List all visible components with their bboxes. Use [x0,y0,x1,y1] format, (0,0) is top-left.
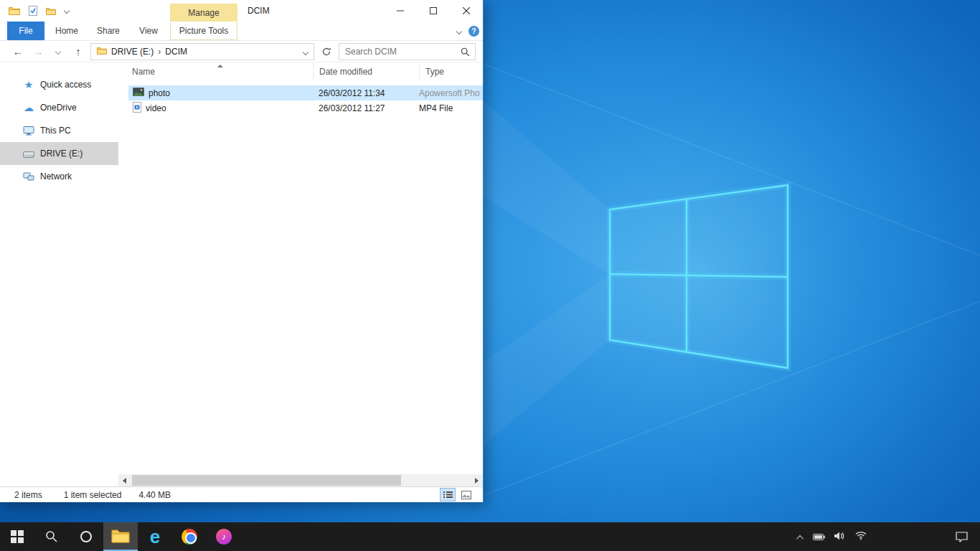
computer-icon [23,126,34,136]
taskbar-edge-button[interactable]: e [138,522,172,551]
start-button[interactable] [0,522,34,551]
breadcrumb-separator-icon: › [158,47,161,57]
taskbar-chrome-button[interactable] [172,522,207,551]
titlebar[interactable]: Manage DCIM [0,0,483,22]
refresh-button[interactable] [319,43,334,60]
thumbnails-view-button[interactable] [458,488,474,501]
column-header-label: Name [132,67,155,77]
column-header-name[interactable]: Name [118,62,313,81]
qat-new-folder-button[interactable] [46,7,56,15]
drive-icon [23,150,34,158]
file-date-modified: 26/03/2012 11:34 [313,88,419,98]
volume-icon[interactable] [834,530,846,543]
network-icon[interactable] [855,530,867,543]
window-title: DCIM [248,0,270,22]
sidebar-item-label: OneDrive [40,103,77,113]
window-controls [384,0,483,22]
tab-picture-tools[interactable]: Picture Tools [170,22,237,40]
taskbar-cortana-button[interactable] [69,522,103,551]
breadcrumb-drive[interactable]: DRIVE (E:) [111,47,154,57]
back-button[interactable]: ← [10,43,26,60]
scroll-left-button[interactable] [118,474,131,486]
qat-properties-button[interactable] [29,6,37,16]
qat-customize-button chevron-down-icon[interactable] [65,9,69,13]
address-bar[interactable]: DRIVE (E:) › DCIM [90,43,314,60]
tab-file[interactable]: File [7,22,44,40]
scrollbar-thumb[interactable] [132,475,401,486]
minimize-button[interactable] [384,0,417,22]
expand-ribbon-button chevron-down-icon[interactable] [454,27,464,37]
horizontal-scrollbar[interactable] [118,474,483,486]
quick-access-toolbar [9,0,69,22]
sidebar-item-label: DRIVE (E:) [40,149,83,159]
maximize-button[interactable] [417,0,450,22]
minimize-icon [397,7,404,14]
sidebar-item-network[interactable]: Network [0,165,118,188]
action-center-icon [956,532,968,542]
file-name: video [146,103,166,113]
sidebar-item-drive-e[interactable]: DRIVE (E:) [0,142,118,165]
system-tray [798,522,867,551]
forward-button[interactable]: → [30,43,46,60]
chrome-icon [182,529,197,545]
sidebar-item-label: Network [40,171,72,182]
up-button[interactable]: ↑ [70,43,86,60]
windows-logo-icon [11,530,24,543]
edge-icon: e [150,527,160,546]
sidebar-item-onedrive[interactable]: ☁ OneDrive [0,96,118,119]
ribbon-tab-row: File Home Share View Picture Tools ? [0,22,483,41]
sidebar-item-quick-access[interactable]: ★ Quick access [0,73,118,96]
items-count: 2 items [14,490,42,500]
sidebar-item-label: This PC [40,126,71,136]
status-bar: 2 items 1 item selected 4.40 MB [0,486,483,502]
tab-view[interactable]: View [132,22,165,40]
selection-size: 4.40 MB [138,490,171,500]
scrollbar-track[interactable] [131,474,471,486]
close-icon [463,7,470,14]
table-row[interactable]: photo 26/03/2012 11:34 Apowersoft Pho [128,85,483,100]
help-button[interactable]: ? [468,26,479,37]
file-date-modified: 26/03/2012 11:27 [313,103,419,113]
details-view-button[interactable] [440,488,456,501]
tab-share[interactable]: Share [91,22,126,40]
column-header-label: Date modified [319,67,372,77]
tray-chevron-up-icon[interactable] [798,530,804,543]
scroll-right-button[interactable] [471,474,483,486]
taskbar-itunes-button[interactable]: ♪ [207,522,241,551]
sidebar-item-label: Quick access [40,80,91,90]
explorer-app-icon [9,6,20,15]
refresh-icon [321,47,331,57]
desktop: Manage DCIM File Home Share View Picture… [0,0,980,551]
file-list-pane: Name Date modified Type [118,62,483,486]
file-explorer-icon [111,529,130,543]
taskbar-search-button[interactable] [34,522,69,551]
column-headers: Name Date modified Type [118,62,483,81]
search-input[interactable] [339,47,475,57]
navigation-bar: ← → ↑ DRIVE (E:) › DCIM [0,41,483,62]
video-file-icon [133,102,141,115]
action-center-button[interactable] [943,522,980,551]
thumbnails-view-icon [461,491,471,499]
file-name: photo [149,88,170,98]
file-type: MP4 File [419,103,483,113]
address-dropdown-button chevron-down-icon[interactable] [303,47,308,57]
recent-locations-button chevron-down-icon[interactable] [50,43,66,60]
taskbar-file-explorer-button[interactable] [103,522,138,551]
taskbar: e ♪ [0,522,980,551]
cloud-icon: ☁ [23,102,34,113]
manage-contextual-tab[interactable]: Manage [170,4,237,22]
search-box[interactable] [339,43,476,60]
battery-icon[interactable] [813,530,825,543]
table-row[interactable]: video 26/03/2012 11:27 MP4 File [128,100,483,116]
file-type: Apowersoft Pho [419,88,483,98]
star-icon: ★ [23,79,34,90]
navigation-pane: ★ Quick access ☁ OneDrive This PC [0,62,118,486]
tab-home[interactable]: Home [51,22,83,40]
close-button[interactable] [450,0,483,22]
column-header-date-modified[interactable]: Date modified [313,62,419,81]
breadcrumb-folder[interactable]: DCIM [165,47,187,57]
folder-icon [97,47,107,57]
details-view-icon [443,491,453,499]
sidebar-item-this-pc[interactable]: This PC [0,119,118,142]
column-header-type[interactable]: Type [419,62,483,81]
